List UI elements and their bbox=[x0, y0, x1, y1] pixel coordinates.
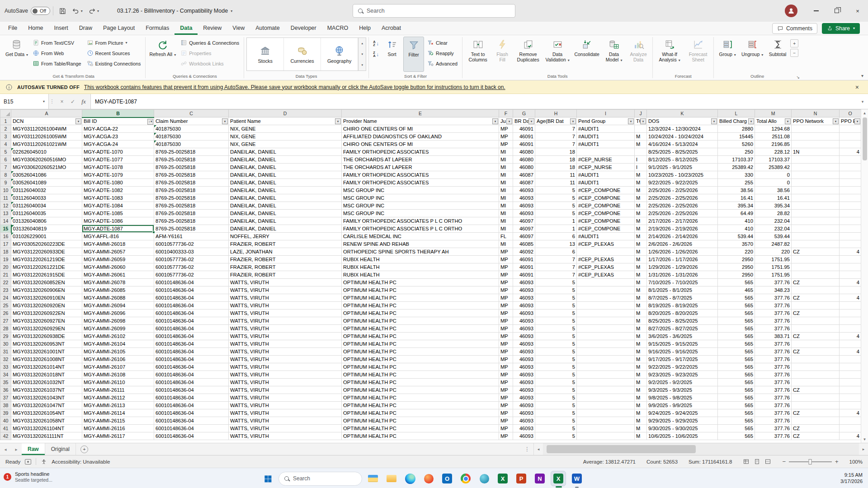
cell-B2[interactable]: MGY-ACGA-22 bbox=[82, 125, 154, 133]
cell-C40[interactable]: 60010148636-04 bbox=[154, 417, 229, 425]
cell-J23[interactable]: M bbox=[635, 286, 647, 294]
ribbon-tab-data[interactable]: Data bbox=[175, 22, 198, 35]
cell-C23[interactable]: 60010148636-04 bbox=[154, 286, 229, 294]
cell-B31[interactable]: MGY-AMMI-26105 bbox=[82, 348, 154, 356]
cell-J18[interactable]: M bbox=[635, 248, 647, 256]
column-header-A[interactable]: A bbox=[11, 110, 82, 117]
cell-O32[interactable] bbox=[840, 356, 861, 363]
cell-G9[interactable]: 46087 bbox=[513, 179, 535, 187]
cell-C14[interactable]: 8769-25-0025818 bbox=[154, 217, 229, 225]
cell-C19[interactable]: 60010577736-02 bbox=[154, 256, 229, 263]
cell-J31[interactable]: M bbox=[635, 348, 647, 356]
cell-L12[interactable]: 395.34 bbox=[718, 202, 755, 210]
cell-G20[interactable]: 46091 bbox=[513, 263, 535, 271]
cell-G37[interactable]: 46093 bbox=[513, 394, 535, 402]
cell-J9[interactable]: M bbox=[635, 179, 647, 187]
cell-D40[interactable]: WATTS, VIRUTH bbox=[229, 417, 342, 425]
cell-M17[interactable]: 2487.82 bbox=[755, 240, 792, 248]
cell-I10[interactable]: #CEP_COMPONE bbox=[577, 187, 635, 194]
cell-G15[interactable]: 46097 bbox=[513, 225, 535, 233]
header-cell-J1[interactable]: TC▾ bbox=[635, 117, 647, 125]
cell-I13[interactable]: #CEP_COMPONE bbox=[577, 210, 635, 217]
cell-H40[interactable]: 5 bbox=[535, 417, 577, 425]
cell-G6[interactable]: 46080 bbox=[513, 156, 535, 164]
close-button[interactable]: × bbox=[847, 0, 868, 22]
cell-M12[interactable]: 395.34 bbox=[755, 202, 792, 210]
cell-L30[interactable]: 565 bbox=[718, 340, 755, 348]
cell-N21[interactable] bbox=[792, 271, 840, 279]
cell-F13[interactable]: MI bbox=[499, 210, 513, 217]
row-header-22[interactable]: 22 bbox=[0, 279, 11, 286]
cell-G24[interactable]: 46093 bbox=[513, 294, 535, 302]
header-cell-E1[interactable]: Provider Name▾ bbox=[342, 117, 499, 125]
cell-F32[interactable]: MP bbox=[499, 356, 513, 363]
start-button[interactable] bbox=[260, 471, 275, 486]
cell-C36[interactable]: 60010148636-04 bbox=[154, 386, 229, 394]
cell-C18[interactable]: 60010400333-03 bbox=[154, 248, 229, 256]
row-header-34[interactable]: 34 bbox=[0, 371, 11, 379]
hscroll-thumb[interactable] bbox=[547, 445, 696, 453]
cell-F19[interactable]: MP bbox=[499, 256, 513, 263]
filter-button-G[interactable]: ▾ bbox=[528, 118, 534, 124]
cell-O3[interactable] bbox=[840, 133, 861, 141]
cell-J42[interactable]: M bbox=[635, 432, 647, 440]
ribbon-tab-insert[interactable]: Insert bbox=[49, 22, 74, 35]
cell-F12[interactable]: MI bbox=[499, 202, 513, 210]
comments-button[interactable]: Comments bbox=[772, 23, 817, 34]
cell-G38[interactable]: 46093 bbox=[513, 402, 535, 409]
cell-L31[interactable]: 565 bbox=[718, 348, 755, 356]
cell-J38[interactable]: M bbox=[635, 402, 647, 409]
cell-J17[interactable]: M bbox=[635, 240, 647, 248]
cell-O9[interactable] bbox=[840, 179, 861, 187]
formula-bar-grip[interactable]: ⋮ bbox=[49, 94, 55, 109]
row-header-11[interactable]: 11 bbox=[0, 194, 11, 202]
cell-D29[interactable]: WATTS, VIRUTH bbox=[229, 333, 342, 340]
next-sheet-button[interactable]: ▸ bbox=[11, 443, 22, 455]
cell-A34[interactable]: MGY031320261018NT bbox=[11, 371, 82, 379]
cell-G26[interactable]: 46093 bbox=[513, 310, 535, 317]
cell-O22[interactable]: 4 bbox=[840, 279, 861, 286]
cell-M37[interactable]: 377.76 bbox=[755, 394, 792, 402]
cell-D19[interactable]: FRAZIER, ROBERT bbox=[229, 256, 342, 263]
cell-K24[interactable]: 8/7/2025 - 8/7/2025 bbox=[647, 294, 718, 302]
cell-F18[interactable]: MP bbox=[499, 248, 513, 256]
row-header-6[interactable]: 6 bbox=[0, 156, 11, 164]
cell-D10[interactable]: DANEILAK, DANIEL bbox=[229, 187, 342, 194]
cell-J14[interactable]: M bbox=[635, 217, 647, 225]
cell-G2[interactable]: 46091 bbox=[513, 125, 535, 133]
cell-N13[interactable] bbox=[792, 210, 840, 217]
data-model-button[interactable]: Data Model ▾ bbox=[602, 37, 626, 72]
scroll-down-icon[interactable]: ▼ bbox=[861, 436, 868, 443]
cell-M26[interactable]: 377.76 bbox=[755, 310, 792, 317]
cell-F27[interactable]: MP bbox=[499, 317, 513, 325]
cell-B11[interactable]: MGY-ADTE-1083 bbox=[82, 194, 154, 202]
ungroup-button[interactable]: Ungroup ▾ bbox=[740, 37, 765, 72]
row-header-30[interactable]: 30 bbox=[0, 340, 11, 348]
cell-N42[interactable]: CZ bbox=[792, 432, 840, 440]
cell-D36[interactable]: WATTS, VIRUTH bbox=[229, 386, 342, 394]
cell-O42[interactable]: 4 bbox=[840, 432, 861, 440]
cell-F10[interactable]: MI bbox=[499, 187, 513, 194]
cell-E19[interactable]: RUBIX HEALTH bbox=[342, 256, 499, 263]
insert-function-button[interactable]: fx bbox=[79, 96, 89, 107]
cell-E38[interactable]: OPTIMUM HEALTH PC bbox=[342, 402, 499, 409]
cell-K3[interactable]: 10/24/2024 - 10/24/2024 bbox=[647, 133, 718, 141]
header-cell-C1[interactable]: Claim Number▾ bbox=[154, 117, 229, 125]
cell-F33[interactable]: MP bbox=[499, 363, 513, 371]
cell-J10[interactable]: M bbox=[635, 187, 647, 194]
refresh-all-button[interactable]: Refresh All ▾ bbox=[148, 37, 177, 72]
cell-M25[interactable]: 377.76 bbox=[755, 302, 792, 310]
ribbon-tab-help[interactable]: Help bbox=[354, 22, 376, 35]
cell-K7[interactable]: 9/1/2025 - 9/1/2025 bbox=[647, 164, 718, 171]
cell-E11[interactable]: MSC GROUP INC bbox=[342, 194, 499, 202]
cell-M40[interactable]: 377.76 bbox=[755, 417, 792, 425]
cell-A24[interactable]: MGY031320260910EN bbox=[11, 294, 82, 302]
ribbon-tab-automate[interactable]: Automate bbox=[250, 22, 285, 35]
cell-L4[interactable]: 5260 bbox=[718, 141, 755, 148]
cell-N25[interactable] bbox=[792, 302, 840, 310]
row-header-9[interactable]: 9 bbox=[0, 179, 11, 187]
cell-L11[interactable]: 16.41 bbox=[718, 194, 755, 202]
cell-I14[interactable]: #CEP_COMPONE bbox=[577, 217, 635, 225]
cell-F26[interactable]: MP bbox=[499, 310, 513, 317]
cell-B8[interactable]: MGY-ADTE-1079 bbox=[82, 171, 154, 179]
